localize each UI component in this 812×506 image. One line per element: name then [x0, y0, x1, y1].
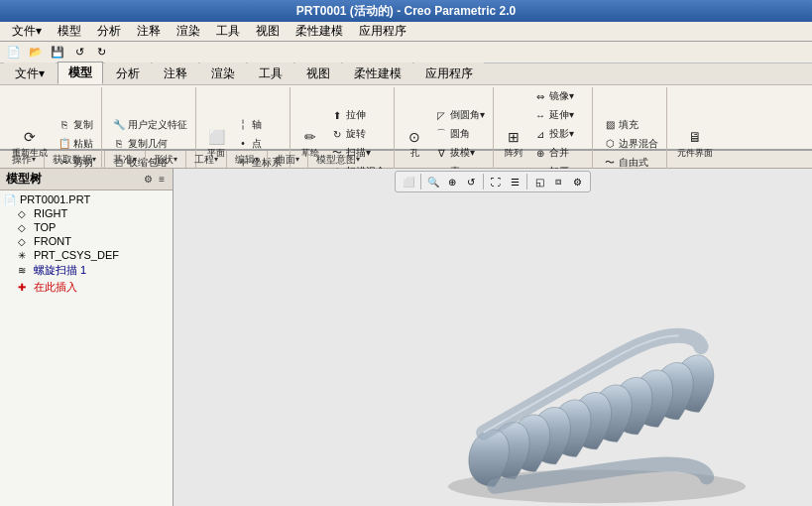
round-icon: ⌒	[434, 127, 448, 141]
tree-label-2: TOP	[34, 221, 56, 233]
user-defined-button[interactable]: 🔧 用户定义特征	[108, 116, 191, 134]
resize-label: 延伸▾	[549, 108, 574, 122]
tree-item-2[interactable]: ◇TOP	[0, 220, 173, 234]
ribbon-tab-8[interactable]: 应用程序	[414, 63, 484, 84]
extrude-button[interactable]: ⬆ 拉伸	[326, 106, 390, 124]
section-get-data[interactable]: 获取数据	[45, 151, 105, 168]
ribbon-tab-4[interactable]: 渲染	[200, 63, 246, 84]
project-icon: ⊿	[533, 127, 547, 141]
model-tree: 📄PRT0001.PRT◇RIGHT◇TOP◇FRONT✳PRT_CSYS_DE…	[0, 190, 173, 506]
draft-button[interactable]: ∇ 拔模▾	[430, 144, 489, 162]
ribbon-tabs: 文件▾模型分析注释渲染工具视图柔性建模应用程序	[0, 63, 812, 85]
resize-icon: ↔	[533, 108, 547, 122]
merge-button[interactable]: ⊕ 合并	[529, 144, 588, 162]
round-label: 圆角	[450, 127, 470, 141]
pattern-label: 阵列	[505, 147, 522, 160]
menu-item-[interactable]: 视图	[248, 21, 288, 42]
chamfer-icon: ◸	[434, 108, 448, 122]
copy-button[interactable]: ⎘ 复制	[54, 116, 97, 134]
tree-label-5: 螺旋扫描 1	[34, 263, 86, 278]
pattern-icon: ⊞	[504, 127, 523, 147]
viewport[interactable]: ⬜ 🔍 ⊕ ↺ ⛶ ☰ ◱ ⧈ ⚙	[174, 169, 812, 506]
draft-icon: ∇	[434, 146, 448, 160]
model-view-button[interactable]: 🖥 元件界面	[673, 124, 717, 163]
sidebar-menu-icon[interactable]: ≡	[157, 174, 167, 185]
ribbon-tab-7[interactable]: 柔性建模	[343, 63, 412, 84]
tree-item-3[interactable]: ◇FRONT	[0, 234, 173, 248]
boundary-label: 边界混合	[619, 137, 658, 151]
tree-item-6[interactable]: ✚在此插入	[0, 279, 173, 296]
menu-item-[interactable]: 模型	[50, 21, 89, 42]
ribbon-tab-1[interactable]: 模型	[58, 62, 103, 84]
pattern-button[interactable]: ⊞ 阵列	[500, 124, 527, 163]
hole-button[interactable]: ⊙ 孔	[401, 124, 428, 163]
menu-item-[interactable]: 文件▾	[4, 21, 50, 42]
qa-open-icon[interactable]: 📂	[26, 44, 46, 62]
qa-undo-icon[interactable]: ↺	[69, 44, 89, 62]
model-view-label: 元件界面	[677, 147, 713, 160]
axis-button[interactable]: ╎ 轴	[232, 116, 286, 134]
tree-item-1[interactable]: ◇RIGHT	[0, 206, 173, 220]
ribbon-tab-3[interactable]: 注释	[153, 63, 198, 84]
menu-item-[interactable]: 分析	[89, 21, 129, 42]
menu-item-[interactable]: 工具	[208, 21, 248, 42]
qa-new-icon[interactable]: 📄	[4, 44, 24, 62]
qa-redo-icon[interactable]: ↻	[91, 44, 111, 62]
spring-svg	[253, 188, 792, 506]
quick-access-toolbar: 📄 📂 💾 ↺ ↻	[0, 42, 812, 63]
tree-item-0[interactable]: 📄PRT0001.PRT	[0, 192, 173, 206]
section-operations[interactable]: 操作	[4, 151, 45, 168]
section-surface[interactable]: 曲面	[268, 151, 308, 168]
section-shape[interactable]: 形状	[146, 151, 186, 168]
qa-save-icon[interactable]: 💾	[48, 44, 67, 62]
round-button[interactable]: ⌒ 圆角	[430, 125, 489, 143]
revolve-button[interactable]: ↻ 旋转	[326, 125, 390, 143]
paste-button[interactable]: 📋 粘贴	[54, 135, 97, 153]
copy-geo-button[interactable]: ⎘ 复制几何	[108, 135, 191, 153]
hole-label: 孔	[410, 147, 419, 160]
fill-button[interactable]: ▨ 填充	[599, 116, 662, 134]
chamfer-button[interactable]: ◸ 倒圆角▾	[430, 106, 489, 124]
ribbon-tab-2[interactable]: 分析	[105, 63, 151, 84]
title-bar: PRT0001 (活动的) - Creo Parametric 2.0	[0, 0, 812, 22]
fill-icon: ▨	[603, 118, 617, 132]
hole-icon: ⊙	[405, 127, 424, 147]
sidebar-settings-icon[interactable]: ⚙	[142, 174, 155, 185]
boundary-button[interactable]: ⬡ 边界混合	[599, 135, 662, 153]
tree-icon-datum: ◇	[18, 208, 32, 219]
point-label: 点	[252, 137, 262, 151]
tree-icon-feature: ≋	[18, 265, 32, 276]
fill-label: 填充	[619, 118, 638, 132]
axis-icon: ╎	[236, 118, 250, 132]
ribbon-tab-6[interactable]: 视图	[295, 63, 341, 84]
chamfer-label: 倒圆角▾	[450, 108, 485, 122]
boundary-icon: ⬡	[603, 137, 617, 151]
section-datum[interactable]: 基准	[105, 151, 146, 168]
section-model-intent[interactable]: 模型意图	[308, 151, 368, 168]
project-button[interactable]: ⊿ 投影▾	[529, 125, 588, 143]
menu-item-[interactable]: 渲染	[169, 21, 208, 42]
ribbon-tab-5[interactable]: 工具	[248, 63, 293, 84]
menu-item-[interactable]: 柔性建模	[288, 21, 351, 42]
section-engineering[interactable]: 工程	[186, 151, 227, 168]
tree-item-5[interactable]: ≋螺旋扫描 1	[0, 262, 173, 279]
copy-geo-icon: ⎘	[112, 137, 126, 151]
draft-label: 拔模▾	[450, 146, 475, 160]
tree-label-0: PRT0001.PRT	[20, 193, 90, 205]
mirror-button[interactable]: ⇔ 镜像▾	[529, 87, 588, 105]
paste-icon: 📋	[58, 137, 71, 151]
merge-label: 合并	[549, 146, 569, 160]
ribbon-tab-0[interactable]: 文件▾	[4, 63, 56, 84]
tree-label-3: FRONT	[34, 235, 71, 247]
revolve-label: 旋转	[346, 127, 366, 141]
tree-item-4[interactable]: ✳PRT_CSYS_DEF	[0, 248, 173, 262]
mirror-label: 镜像▾	[549, 89, 574, 103]
extrude-icon: ⬆	[330, 108, 344, 122]
resize-button[interactable]: ↔ 延伸▾	[529, 106, 588, 124]
menu-item-[interactable]: 应用程序	[351, 21, 414, 42]
model-view-icon: 🖥	[685, 127, 705, 147]
ribbon: 文件▾模型分析注释渲染工具视图柔性建模应用程序 ⟳ 重新生成 ⎘ 复制 📋 粘贴	[0, 63, 812, 151]
menu-item-[interactable]: 注释	[129, 21, 169, 42]
point-button[interactable]: • 点	[232, 135, 286, 153]
section-edit[interactable]: 编辑	[227, 151, 268, 168]
